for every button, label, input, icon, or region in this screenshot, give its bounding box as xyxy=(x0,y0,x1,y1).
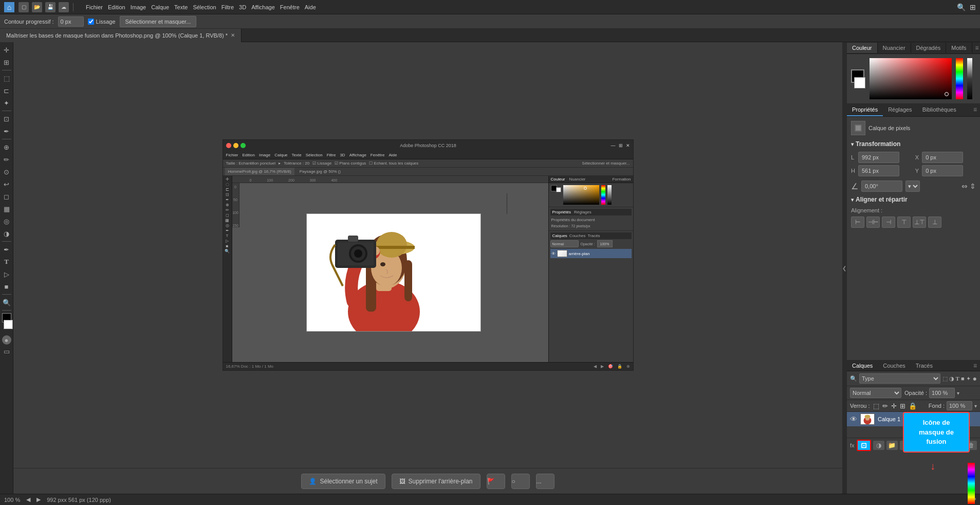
circle-button[interactable]: ○ xyxy=(511,474,530,489)
history-tool[interactable]: ↩ xyxy=(1,178,12,190)
background-color[interactable] xyxy=(4,320,13,329)
lock-position-icon[interactable]: ✛ xyxy=(891,402,897,410)
menu-fichier[interactable]: Fichier xyxy=(86,4,103,10)
pixel-filter-icon[interactable]: ⬚ xyxy=(942,375,948,382)
visibility-eye[interactable]: 👁 xyxy=(850,415,857,423)
menu-aide[interactable]: Aide xyxy=(305,4,316,10)
inner-minimize[interactable]: — xyxy=(611,143,616,148)
scroll-left-icon[interactable]: ◀ xyxy=(26,496,30,503)
magic-wand-tool[interactable]: ✦ xyxy=(1,97,12,109)
align-right-edges[interactable]: ⊣ xyxy=(882,217,895,228)
eyedropper-tool[interactable]: ✒ xyxy=(1,125,12,137)
eraser-tool[interactable]: ◻ xyxy=(1,191,12,202)
screen-mode-icon[interactable]: ▭ xyxy=(1,346,12,357)
inner-prev-icon[interactable]: ◀ xyxy=(594,364,597,369)
crop-tool[interactable]: ⊡ xyxy=(1,113,12,124)
menu-selection[interactable]: Sélection xyxy=(193,4,216,10)
artboard-tool[interactable]: ⊞ xyxy=(1,57,12,68)
flip-v-icon[interactable]: ⇕ xyxy=(970,182,976,190)
tab-motifs[interactable]: Motifs xyxy=(946,43,972,53)
layers-menu-btn[interactable]: ≡ xyxy=(970,360,980,371)
menu-edition[interactable]: Edition xyxy=(108,4,125,10)
color-gradient-picker[interactable] xyxy=(870,58,952,99)
shape-tool[interactable]: ■ xyxy=(1,281,12,292)
text-filter-icon[interactable]: T xyxy=(956,375,959,382)
healing-tool[interactable]: ⊕ xyxy=(1,141,12,153)
move-tool[interactable]: ✛ xyxy=(1,44,12,56)
filter-toggle[interactable]: ● xyxy=(973,374,977,383)
menu-fenetre[interactable]: Fenêtre xyxy=(280,4,300,10)
marquee-tool[interactable]: ⬚ xyxy=(1,73,12,84)
inner-close[interactable]: ✕ xyxy=(626,143,630,148)
inner-tab1[interactable]: HommeProfi.jpg @ 16,7% (RVB/8) xyxy=(225,168,294,175)
inner-maximize[interactable]: ⊞ xyxy=(619,143,623,148)
new-fill-adjustment-button[interactable]: ◑ xyxy=(873,441,884,450)
shape-filter-icon[interactable]: ■ xyxy=(961,375,965,382)
align-left-edges[interactable]: ⊢ xyxy=(851,217,864,228)
new-icon[interactable]: ▢ xyxy=(19,2,29,12)
blend-mode-select[interactable]: Normal xyxy=(850,388,901,398)
inner-tab2[interactable]: Paysage.jpg @ 50% () xyxy=(297,169,344,174)
align-centers-v[interactable]: ⊥⊤ xyxy=(913,217,926,228)
fullscreen-icon[interactable]: ⊞ xyxy=(970,3,976,11)
transformation-header[interactable]: ▾ Transformation xyxy=(851,140,976,148)
align-bottom-edges[interactable]: ⊥ xyxy=(928,217,941,228)
stamp-tool[interactable]: ⊙ xyxy=(1,166,12,177)
lasso-tool[interactable]: ⊏ xyxy=(1,85,12,96)
home-icon[interactable]: ⌂ xyxy=(4,2,14,12)
lock-all-icon[interactable]: 🔒 xyxy=(909,402,917,410)
tab-couleur[interactable]: Couleur xyxy=(847,43,878,53)
angle-select[interactable]: ▾ xyxy=(905,181,920,192)
remove-background-button[interactable]: 🖼 Supprimer l'arrière-plan xyxy=(392,474,480,489)
search-icon[interactable]: 🔍 xyxy=(957,3,966,11)
tab-close-button[interactable]: ✕ xyxy=(231,32,235,38)
x-input[interactable] xyxy=(922,152,963,163)
canvas-inner[interactable]: Adobe Photoshop CC 2018 — ⊞ ✕ FichierEdi… xyxy=(13,42,842,468)
color-spectrum-bar[interactable] xyxy=(956,58,963,99)
menu-filtre[interactable]: Filtre xyxy=(221,4,234,10)
angle-input[interactable] xyxy=(861,181,902,192)
lock-brush-icon[interactable]: ✏ xyxy=(882,402,888,410)
smart-filter-icon[interactable]: ✦ xyxy=(966,375,971,382)
select-subject-button[interactable]: 👤 Sélectionner un sujet xyxy=(301,474,385,489)
background-swatch[interactable] xyxy=(854,77,865,88)
tab-reglages[interactable]: Réglages xyxy=(883,104,917,116)
select-mask-button[interactable]: Sélectionner et masquer... xyxy=(120,16,197,27)
lock-artboard-icon[interactable]: ⊞ xyxy=(900,402,905,410)
save-cloud-icon[interactable]: ☁ xyxy=(59,2,69,12)
gradient-tool[interactable]: ▦ xyxy=(1,203,12,214)
add-mask-button[interactable]: ⊡ xyxy=(857,440,871,451)
collapse-props-panel[interactable]: ≡ xyxy=(970,104,980,116)
tab-calques[interactable]: Calques xyxy=(847,360,878,371)
quick-mask-icon[interactable]: ● xyxy=(2,335,11,345)
align-top-edges[interactable]: ⊤ xyxy=(897,217,911,228)
tab-couches[interactable]: Couches xyxy=(878,360,910,371)
fond-arrow[interactable]: ▾ xyxy=(974,403,977,409)
pen-tool[interactable]: ✒ xyxy=(1,244,12,255)
l-input[interactable]: 992 px xyxy=(858,152,899,163)
fx-label[interactable]: fx xyxy=(850,442,855,448)
fond-input[interactable] xyxy=(947,401,972,410)
y-input[interactable] xyxy=(922,165,963,176)
menu-calque[interactable]: Calque xyxy=(151,4,169,10)
panel-collapse-handle[interactable]: ❮ xyxy=(842,42,846,494)
flip-h-icon[interactable]: ⇔ xyxy=(961,182,968,190)
menu-affichage[interactable]: Affichage xyxy=(251,4,275,10)
h-input[interactable] xyxy=(858,165,899,176)
open-icon[interactable]: 📂 xyxy=(32,2,42,12)
lissage-checkbox[interactable] xyxy=(88,19,94,25)
scroll-right-icon[interactable]: ▶ xyxy=(36,496,41,503)
document-tab[interactable]: Maîtriser les bases de masque fusion dan… xyxy=(0,29,242,42)
type-tool[interactable]: T xyxy=(1,256,12,267)
more-button[interactable]: ... xyxy=(536,474,554,489)
new-group-button[interactable]: 📁 xyxy=(886,441,898,450)
flag-button[interactable]: 🚩 xyxy=(487,474,505,489)
menu-texte[interactable]: Texte xyxy=(174,4,188,10)
menu-image[interactable]: Image xyxy=(131,4,146,10)
menu-3d[interactable]: 3D xyxy=(239,4,246,10)
align-centers-h[interactable]: ⊣⊢ xyxy=(866,217,880,228)
brush-tool[interactable]: ✏ xyxy=(1,154,12,165)
adjustment-filter-icon[interactable]: ◑ xyxy=(949,375,954,382)
lock-transparent-icon[interactable]: ⬚ xyxy=(873,402,879,410)
tab-degrades[interactable]: Dégradés xyxy=(911,43,947,53)
